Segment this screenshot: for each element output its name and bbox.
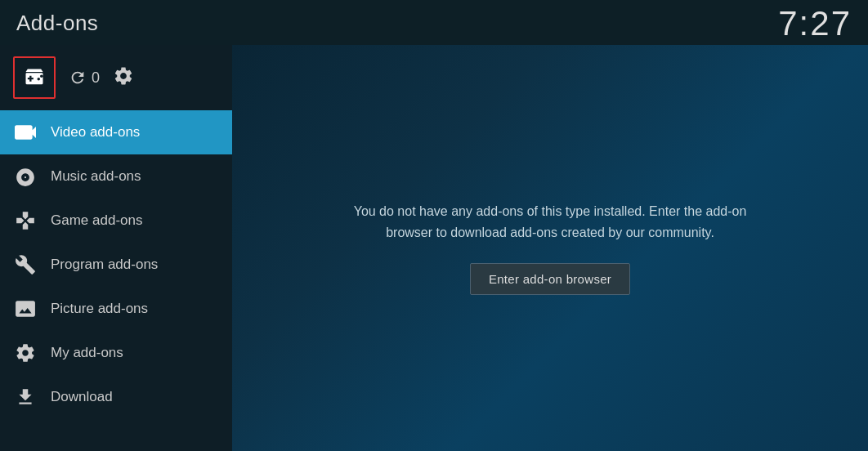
sidebar-item-myaddon[interactable]: My add-ons — [0, 331, 232, 375]
sidebar-item-game-label: Game add-ons — [51, 212, 142, 229]
download-icon — [15, 386, 36, 408]
picture-icon — [15, 298, 36, 319]
sidebar-item-program[interactable]: Program add-ons — [0, 243, 232, 287]
empty-message: You do not have any add-ons of this type… — [346, 201, 754, 243]
sidebar-item-game[interactable]: Game add-ons — [0, 199, 232, 243]
sidebar-item-picture-label: Picture add-ons — [51, 301, 148, 317]
sidebar-item-myaddon-label: My add-ons — [51, 345, 123, 361]
page-title: Add-ons — [16, 11, 98, 36]
sidebar-item-music-label: Music add-ons — [51, 168, 141, 185]
addon-box-icon — [23, 66, 46, 89]
myaddon-icon — [15, 342, 36, 364]
program-icon — [15, 254, 36, 275]
header: Add-ons 7:27 — [0, 0, 868, 45]
toolbar: 0 — [0, 45, 232, 110]
sidebar-item-program-label: Program add-ons — [51, 257, 158, 273]
game-icon — [15, 210, 36, 231]
sidebar-item-video[interactable]: Video add-ons — [0, 110, 232, 154]
sidebar-item-download-label: Download — [51, 389, 113, 405]
sidebar-item-video-label: Video add-ons — [51, 124, 140, 141]
sidebar: 0 Video add-ons Music add — [0, 45, 232, 451]
music-icon — [15, 166, 36, 187]
sidebar-item-picture[interactable]: Picture add-ons — [0, 287, 232, 331]
content-area: You do not have any add-ons of this type… — [232, 45, 868, 451]
clock: 7:27 — [778, 4, 852, 43]
enter-addon-browser-button[interactable]: Enter add-on browser — [470, 263, 630, 295]
gear-icon — [113, 65, 134, 87]
refresh-button[interactable]: 0 — [69, 69, 100, 87]
addon-box-button[interactable] — [13, 56, 56, 99]
sidebar-item-download[interactable]: Download — [0, 375, 232, 419]
settings-button[interactable] — [113, 65, 134, 90]
sidebar-item-music[interactable]: Music add-ons — [0, 154, 232, 199]
video-icon — [15, 122, 36, 143]
refresh-icon — [69, 69, 87, 87]
main-layout: 0 Video add-ons Music add — [0, 45, 868, 451]
update-count: 0 — [92, 69, 100, 87]
